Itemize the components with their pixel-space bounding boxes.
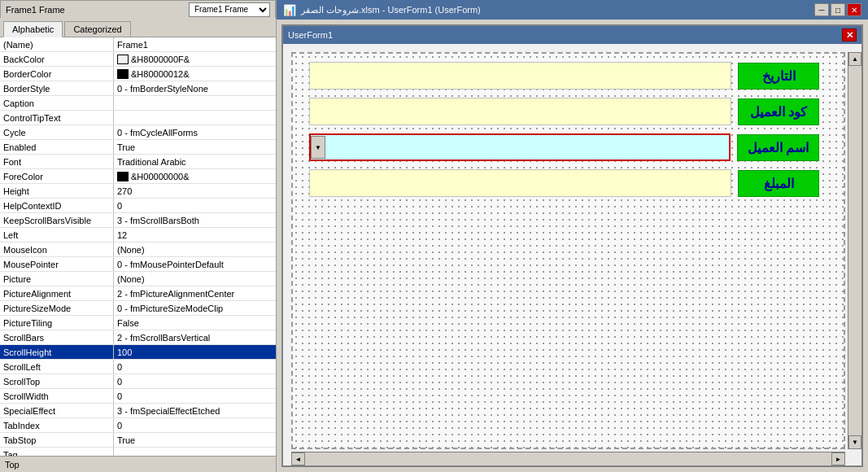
form-row-amount: المبلغ <box>309 169 819 197</box>
property-row[interactable]: ScrollBars2 - fmScrollBarsVertical <box>0 330 276 345</box>
property-name: BorderColor <box>0 67 114 81</box>
property-row[interactable]: TabStopTrue <box>0 433 276 448</box>
property-row[interactable]: TabIndex0 <box>0 418 276 433</box>
property-row[interactable]: HelpContextID0 <box>0 199 276 213</box>
property-row[interactable]: FontTraditional Arabic <box>0 155 276 169</box>
scroll-track[interactable] <box>848 66 861 435</box>
property-row[interactable]: KeepScrollBarsVisible3 - fmScrollBarsBot… <box>0 213 276 228</box>
color-swatch-icon <box>117 69 129 79</box>
property-name: ScrollHeight <box>0 345 114 359</box>
property-row[interactable]: Height270 <box>0 184 276 199</box>
property-value: True <box>114 435 276 445</box>
property-row[interactable]: (Name)Frame1 <box>0 37 276 52</box>
property-value: &H8000000F& <box>114 55 276 64</box>
property-row[interactable]: ForeColor&H00000000& <box>0 169 276 184</box>
property-name: BorderStyle <box>0 81 114 95</box>
property-value: 2 - fmPictureAlignmentCenter <box>114 289 276 299</box>
property-row[interactable]: Picture(None) <box>0 272 276 286</box>
property-value: 0 <box>114 421 276 430</box>
property-name: TabStop <box>0 433 114 447</box>
form-row-date: التاريخ <box>309 62 819 90</box>
property-row[interactable]: PictureAlignment2 - fmPictureAlignmentCe… <box>0 286 276 301</box>
main-title-text: شروحات الصقر.xlsm - UserForm1 (UserForm) <box>301 5 481 15</box>
tab-categorized[interactable]: Categorized <box>64 21 130 37</box>
property-name: ForeColor <box>0 169 114 183</box>
property-row[interactable]: BorderStyle0 - fmBorderStyleNone <box>0 81 276 96</box>
color-swatch-icon <box>117 55 129 64</box>
h-scroll-track[interactable] <box>305 452 831 465</box>
userform-title-text: UserForm1 <box>288 30 333 40</box>
property-row[interactable]: Caption <box>0 96 276 111</box>
window-buttons: ─ □ ✕ <box>814 3 861 16</box>
form-row-client-code: كود العميل <box>309 98 819 125</box>
property-value: 100 <box>114 347 276 357</box>
property-row[interactable]: MousePointer0 - fmMousePointerDefault <box>0 257 276 272</box>
property-row[interactable]: PictureSizeMode0 - fmPictureSizeModeClip <box>0 301 276 316</box>
property-name: ScrollLeft <box>0 360 114 374</box>
property-value: (None) <box>114 245 276 255</box>
scroll-down-button[interactable]: ▼ <box>848 435 861 449</box>
tab-alphabetic[interactable]: Alphabetic <box>3 21 63 37</box>
vertical-scrollbar[interactable]: ▲ ▼ <box>848 52 861 449</box>
frame-selector[interactable]: Frame1 Frame <box>189 2 270 17</box>
tabs-row: Alphabetic Categorized <box>0 18 276 37</box>
property-name: ControlTipText <box>0 111 114 125</box>
property-name: Font <box>0 155 114 168</box>
property-name: HelpContextID <box>0 199 114 212</box>
userform-content: ▲ ▼ ◄ ► التاريخ <box>283 44 861 465</box>
property-value: Frame1 <box>114 40 276 50</box>
property-value: 3 - fmScrollBarsBoth <box>114 216 276 225</box>
property-row[interactable]: EnabledTrue <box>0 140 276 155</box>
property-row[interactable]: Left12 <box>0 228 276 243</box>
property-value: 0 <box>114 362 276 372</box>
property-row[interactable]: ScrollLeft0 <box>0 360 276 374</box>
combo-client-name[interactable]: ▼ <box>309 133 731 161</box>
scroll-left-button[interactable]: ◄ <box>291 452 305 465</box>
property-row[interactable]: ScrollTop0 <box>0 374 276 389</box>
horizontal-scrollbar[interactable]: ◄ ► <box>291 452 845 465</box>
form-row-client-name: اسم العميل ▼ <box>309 133 819 161</box>
combo-arrow-icon[interactable]: ▼ <box>311 136 325 159</box>
scroll-up-button[interactable]: ▲ <box>848 52 861 66</box>
property-value: (None) <box>114 274 276 284</box>
bottom-status-bar: Top <box>0 456 276 472</box>
property-name: BackColor <box>0 52 114 66</box>
property-row[interactable]: PictureTilingFalse <box>0 316 276 330</box>
userform-window: UserForm1 ✕ ▲ ▼ ◄ ► <box>281 24 863 467</box>
property-name: ScrollBars <box>0 330 114 344</box>
property-value: Traditional Arabic <box>114 157 276 167</box>
property-row[interactable]: ScrollWidth0 <box>0 389 276 404</box>
property-name: PictureSizeMode <box>0 301 114 315</box>
input-amount[interactable] <box>309 169 731 197</box>
property-row[interactable]: MouseIcon(None) <box>0 243 276 257</box>
input-date[interactable] <box>309 62 731 90</box>
property-row[interactable]: BackColor&H8000000F& <box>0 52 276 67</box>
frame-design-area: التاريخ كود العميل اسم العميل ▼ <box>291 52 845 449</box>
property-value: 0 - fmMousePointerDefault <box>114 260 276 269</box>
close-button[interactable]: ✕ <box>847 3 861 16</box>
properties-panel: Frame1 Frame Frame1 Frame Alphabetic Cat… <box>0 0 277 472</box>
property-value: 0 - fmBorderStyleNone <box>114 84 276 94</box>
property-value: 3 - fmSpecialEffectEtched <box>114 406 276 416</box>
minimize-button[interactable]: ─ <box>814 3 829 16</box>
property-value: 0 <box>114 391 276 401</box>
property-row[interactable]: ControlTipText <box>0 111 276 125</box>
userform-container: UserForm1 ✕ ▲ ▼ ◄ ► <box>277 20 868 472</box>
status-text: Top <box>5 460 20 470</box>
property-row[interactable]: Tag <box>0 448 276 456</box>
property-name: SpecialEffect <box>0 404 114 417</box>
properties-table: (Name)Frame1BackColor&H8000000F&BorderCo… <box>0 37 276 456</box>
userform-close-button[interactable]: ✕ <box>842 28 857 42</box>
main-title-bar: 📊 شروحات الصقر.xlsm - UserForm1 (UserFor… <box>277 0 868 20</box>
input-client-code[interactable] <box>309 98 731 125</box>
panel-title-text: Frame1 Frame <box>6 5 65 15</box>
property-row[interactable]: BorderColor&H80000012& <box>0 67 276 81</box>
property-name: Caption <box>0 96 114 110</box>
excel-icon: 📊 <box>283 4 296 16</box>
scroll-right-button[interactable]: ► <box>831 452 845 465</box>
property-row[interactable]: Cycle0 - fmCycleAllForms <box>0 125 276 140</box>
property-row[interactable]: ScrollHeight100 <box>0 345 276 360</box>
property-row[interactable]: SpecialEffect3 - fmSpecialEffectEtched <box>0 404 276 418</box>
property-name: Cycle <box>0 125 114 139</box>
restore-button[interactable]: □ <box>831 3 845 16</box>
